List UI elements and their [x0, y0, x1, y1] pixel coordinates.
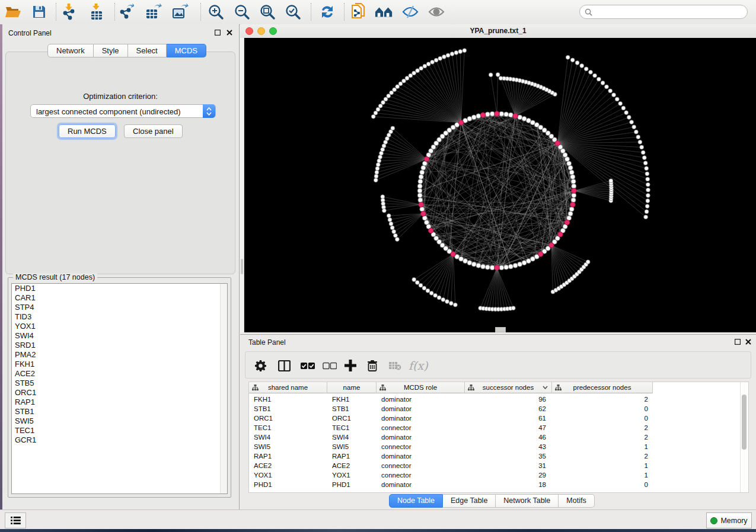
- mcds-result-item[interactable]: PHD1: [12, 284, 227, 293]
- network-window-titlebar[interactable]: YPA_prune.txt_1: [240, 24, 756, 39]
- column-header-predecessor-nodes[interactable]: predecessor nodes: [552, 382, 653, 393]
- tab-motifs[interactable]: Motifs: [559, 494, 594, 508]
- table-cell[interactable]: connector: [377, 461, 465, 470]
- deselect-all-icon[interactable]: [323, 357, 337, 374]
- table-cell[interactable]: FKH1: [327, 395, 377, 404]
- search-box[interactable]: [579, 5, 748, 19]
- mcds-result-item[interactable]: TEC1: [12, 426, 227, 435]
- mcds-result-item[interactable]: FKH1: [12, 360, 227, 369]
- table-cell[interactable]: 31: [465, 461, 552, 470]
- refresh-icon[interactable]: [318, 2, 337, 21]
- table-cell[interactable]: PHD1: [249, 480, 327, 489]
- select-all-icon[interactable]: [301, 357, 315, 374]
- table-cell[interactable]: ORC1: [327, 414, 377, 423]
- table-cell[interactable]: YOX1: [249, 470, 327, 480]
- criterion-dropdown[interactable]: largest connected component (undirected): [30, 104, 216, 118]
- close-panel-button[interactable]: Close panel: [124, 124, 183, 138]
- scrollbar-thumb[interactable]: [241, 259, 243, 274]
- table-scrollbar[interactable]: [740, 382, 748, 492]
- split-panel-icon[interactable]: [278, 357, 291, 374]
- float-panel-icon[interactable]: [214, 29, 221, 36]
- tab-select[interactable]: Select: [128, 44, 167, 57]
- tab-edge-table[interactable]: Edge Table: [443, 494, 496, 508]
- mcds-result-item[interactable]: SRD1: [12, 341, 227, 350]
- table-cell[interactable]: dominator: [377, 395, 465, 404]
- table-cell[interactable]: 43: [465, 442, 552, 451]
- network-canvas[interactable]: [240, 38, 756, 332]
- table-cell[interactable]: SWI4: [249, 432, 327, 442]
- run-mcds-button[interactable]: Run MCDS: [59, 124, 116, 138]
- table-cell[interactable]: RAP1: [249, 451, 327, 461]
- mcds-result-item[interactable]: RAP1: [12, 398, 227, 407]
- import-network-icon[interactable]: [60, 2, 79, 21]
- export-image-icon[interactable]: [171, 2, 190, 21]
- table-cell[interactable]: dominator: [377, 404, 465, 414]
- mcds-result-item[interactable]: ORC1: [12, 388, 227, 398]
- table-cell[interactable]: 2: [552, 451, 653, 461]
- table-cell[interactable]: YOX1: [327, 470, 377, 480]
- table-cell[interactable]: 61: [465, 414, 552, 423]
- column-header-successor-nodes[interactable]: successor nodes: [465, 382, 552, 393]
- table-cell[interactable]: STB1: [249, 404, 327, 414]
- mcds-result-item[interactable]: PMA2: [12, 350, 227, 360]
- mcds-result-list[interactable]: PHD1CAR1STP4TID3YOX1SWI4SRD1PMA2FKH1ACE2…: [11, 283, 228, 494]
- zoom-selected-icon[interactable]: [283, 2, 302, 21]
- mcds-result-item[interactable]: ACE2: [12, 369, 227, 379]
- tab-style[interactable]: Style: [94, 44, 128, 57]
- scrollbar-thumb[interactable]: [742, 395, 747, 450]
- tab-mcds[interactable]: MCDS: [167, 44, 206, 57]
- table-cell[interactable]: 29: [465, 470, 552, 480]
- table-cell[interactable]: 62: [465, 404, 552, 414]
- show-graphics-details-icon[interactable]: [427, 2, 446, 21]
- hide-graphics-details-icon[interactable]: [401, 2, 420, 21]
- open-file-icon[interactable]: [4, 2, 23, 21]
- table-cell[interactable]: dominator: [377, 414, 465, 423]
- search-input[interactable]: [595, 7, 747, 17]
- table-cell[interactable]: 0: [552, 414, 653, 423]
- table-cell[interactable]: 1: [552, 442, 653, 451]
- table-cell[interactable]: 35: [465, 451, 552, 461]
- table-cell[interactable]: 0: [552, 404, 653, 414]
- mcds-result-item[interactable]: GCR1: [12, 435, 227, 445]
- mcds-result-item[interactable]: SWI5: [12, 416, 227, 426]
- table-cell[interactable]: 47: [465, 423, 552, 432]
- table-cell[interactable]: STB1: [327, 404, 377, 414]
- network-horizontal-scrollbar-thumb[interactable]: [495, 327, 506, 332]
- zoom-out-icon[interactable]: [232, 2, 251, 21]
- network-vertical-scrollbar[interactable]: [240, 38, 244, 332]
- table-cell[interactable]: 1: [552, 470, 653, 480]
- table-cell[interactable]: ORC1: [249, 414, 327, 423]
- settings-gear-icon[interactable]: [255, 357, 266, 374]
- table-cell[interactable]: RAP1: [327, 451, 377, 461]
- task-history-button[interactable]: [5, 512, 26, 528]
- tab-network[interactable]: Network: [47, 44, 94, 57]
- table-cell[interactable]: ACE2: [327, 461, 377, 470]
- mcds-result-item[interactable]: STB1: [12, 407, 227, 416]
- zoom-fit-icon[interactable]: [258, 2, 277, 21]
- mcds-result-item[interactable]: SWI4: [12, 331, 227, 341]
- save-icon[interactable]: [30, 2, 49, 21]
- table-cell[interactable]: TEC1: [327, 423, 377, 432]
- table-cell[interactable]: FKH1: [249, 395, 327, 404]
- import-table-icon[interactable]: [87, 2, 106, 21]
- table-cell[interactable]: 46: [465, 432, 552, 442]
- tab-network-table[interactable]: Network Table: [496, 494, 559, 508]
- overview-houses-icon[interactable]: [375, 2, 394, 21]
- table-cell[interactable]: dominator: [377, 480, 465, 489]
- export-network-icon[interactable]: [117, 2, 136, 21]
- mcds-result-item[interactable]: TID3: [12, 312, 227, 322]
- table-cell[interactable]: 2: [552, 423, 653, 432]
- table-cell[interactable]: 0: [552, 480, 653, 489]
- mcds-result-item[interactable]: STP4: [12, 303, 227, 312]
- table-cell[interactable]: 2: [552, 395, 653, 404]
- table-cell[interactable]: PHD1: [327, 480, 377, 489]
- zoom-in-icon[interactable]: [206, 2, 225, 21]
- table-cell[interactable]: 2: [552, 432, 653, 442]
- export-table-icon[interactable]: [144, 2, 163, 21]
- column-header-MCDS-role[interactable]: MCDS role: [377, 382, 465, 393]
- memory-button[interactable]: Memory: [706, 512, 752, 528]
- mcds-result-item[interactable]: YOX1: [12, 322, 227, 331]
- column-header-shared-name[interactable]: shared name: [249, 382, 327, 393]
- share-document-icon[interactable]: [349, 2, 368, 21]
- tab-node-table[interactable]: Node Table: [389, 494, 443, 508]
